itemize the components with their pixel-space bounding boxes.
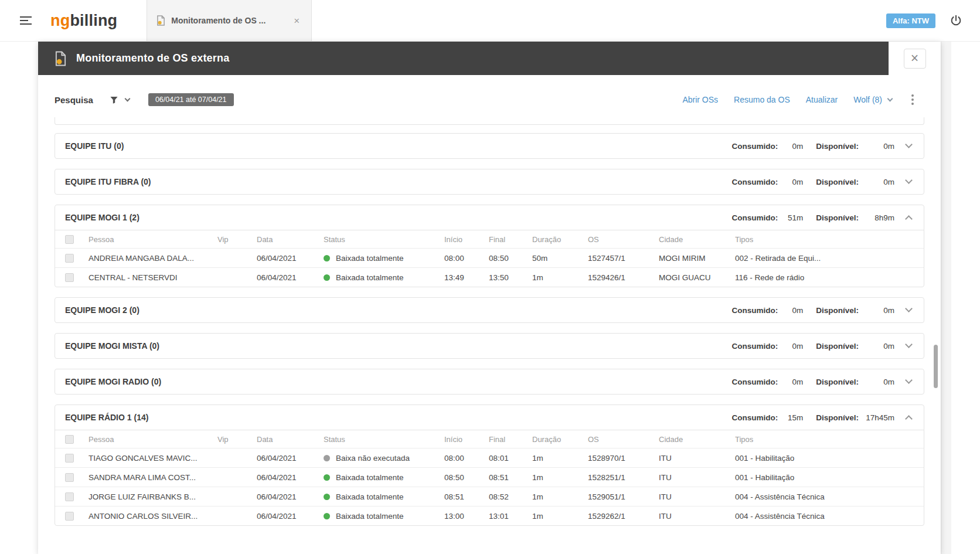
cell-pessoa: ANDREIA MANGABA DALA...	[89, 254, 217, 263]
cell-final: 08:51	[489, 473, 532, 482]
select-all-cell	[55, 435, 89, 444]
row-checkbox[interactable]	[65, 492, 74, 501]
cell-inicio: 08:50	[444, 473, 489, 482]
chevron-down-icon[interactable]	[905, 176, 913, 184]
cell-duracao: 1m	[532, 273, 588, 282]
cell-tipos: 002 - Retirada de Equi...	[735, 254, 924, 263]
column-header: Vip	[217, 435, 257, 444]
page-scrollbar-track[interactable]	[941, 42, 951, 554]
team-table: PessoaVipDataStatusInícioFinalDuraçãoOSC…	[55, 430, 924, 525]
team-totals: Consumido:0mDisponível:0m	[719, 306, 911, 315]
status-dot-icon	[324, 274, 330, 281]
team-section-header[interactable]: EQUIPE MOGI 2 (0)Consumido:0mDisponível:…	[55, 298, 924, 322]
team-section-header[interactable]: EQUIPE ITU (0)Consumido:0mDisponível:0m	[55, 134, 924, 158]
abrir-oss-link[interactable]: Abrir OSs	[682, 95, 718, 104]
select-all-checkbox[interactable]	[65, 235, 74, 244]
team-section-header[interactable]: EQUIPE RÁDIO 1 (14)Consumido:15mDisponív…	[55, 405, 924, 430]
column-header: Tipos	[735, 435, 924, 444]
resumo-da-os-link[interactable]: Resumo da OS	[734, 95, 790, 104]
status-text: Baixada totalmente	[336, 273, 404, 282]
chevron-down-icon[interactable]	[905, 141, 913, 148]
select-all-checkbox[interactable]	[65, 435, 74, 444]
disponivel-label: Disponível:	[816, 178, 859, 186]
modal-monitoramento: Monitoramento de OS externa × Pesquisa 0…	[38, 42, 941, 554]
table-row[interactable]: ANDREIA MANGABA DALA...06/04/2021Baixada…	[55, 248, 924, 267]
toolbar: Pesquisa 06/04/21 até 07/04/21 Abrir OSs…	[55, 89, 917, 110]
status-text: Baixada totalmente	[336, 473, 404, 482]
date-range-chip[interactable]: 06/04/21 até 07/04/21	[148, 93, 234, 106]
table-row[interactable]: ANTONIO CARLOS SILVEIR...06/04/2021Baixa…	[55, 506, 924, 525]
modal-close-button[interactable]: ×	[904, 49, 926, 69]
cell-pessoa: TIAGO GONCALVES MAVIC...	[89, 454, 217, 463]
table-row[interactable]: TIAGO GONCALVES MAVIC...06/04/2021Baixa …	[55, 448, 924, 467]
disponivel-label: Disponível:	[816, 413, 859, 422]
disponivel-label: Disponível:	[816, 306, 859, 315]
chevron-down-icon[interactable]	[905, 305, 913, 312]
row-checkbox[interactable]	[65, 473, 74, 482]
status-text: Baixa não executada	[336, 454, 410, 463]
consumido-label: Consumido:	[731, 342, 778, 351]
team-section-header[interactable]: EQUIPE ITU FIBRA (0)Consumido:0mDisponív…	[55, 169, 924, 194]
team-section-header[interactable]: EQUIPE MOGI RADIO (0)Consumido:0mDisponí…	[55, 369, 924, 394]
tab-monitoramento[interactable]: Monitoramento de OS ... ×	[147, 0, 312, 41]
column-header: Início	[444, 235, 489, 244]
cell-data: 06/04/2021	[257, 273, 324, 282]
status-text: Baixada totalmente	[336, 512, 404, 521]
filter-funnel-icon[interactable]	[110, 96, 118, 104]
team-section-header[interactable]: EQUIPE MOGI MISTA (0)Consumido:0mDisponí…	[55, 334, 924, 358]
row-checkbox[interactable]	[65, 273, 74, 282]
cell-data: 06/04/2021	[257, 454, 324, 463]
partial-card-cut-by-scroll	[55, 117, 924, 125]
kebab-menu-icon[interactable]	[908, 93, 917, 106]
filter-chevron-down-icon[interactable]	[124, 96, 130, 101]
column-header: OS	[588, 435, 659, 444]
power-icon[interactable]	[950, 14, 962, 27]
column-header: Status	[324, 235, 444, 244]
disponivel-value: 0m	[864, 342, 894, 351]
table-row[interactable]: CENTRAL - NETSERVDI06/04/2021Baixada tot…	[55, 267, 924, 287]
chevron-up-icon[interactable]	[905, 415, 913, 423]
disponivel-label: Disponível:	[816, 378, 859, 386]
consumido-value: 0m	[783, 142, 803, 151]
hamburger-menu-icon[interactable]	[16, 14, 32, 27]
cell-inicio: 13:00	[444, 512, 489, 521]
cell-duracao: 1m	[532, 473, 588, 482]
team-name: EQUIPE RÁDIO 1 (14)	[65, 413, 148, 422]
scrollbar-thumb[interactable]	[934, 345, 938, 388]
modal-header: Monitoramento de OS externa	[38, 42, 889, 75]
cell-cidade: ITU	[659, 454, 735, 463]
consumido-value: 15m	[783, 413, 803, 422]
table-row[interactable]: SANDRA MARA LIMA COST...06/04/2021Baixad…	[55, 467, 924, 487]
cell-cidade: ITU	[659, 492, 735, 501]
column-header: Pessoa	[89, 435, 217, 444]
chevron-down-icon[interactable]	[905, 341, 913, 348]
cell-final: 08:52	[489, 492, 532, 501]
column-header: Tipos	[735, 235, 924, 244]
cell-cidade: MOGI MIRIM	[659, 254, 735, 263]
chevron-up-icon[interactable]	[905, 215, 913, 223]
disponivel-value: 0m	[864, 142, 894, 151]
document-gear-icon	[55, 51, 67, 66]
consumido-value: 0m	[783, 306, 803, 315]
cell-os: 1529051/1	[588, 492, 659, 501]
modal-top: Monitoramento de OS externa ×	[38, 42, 941, 75]
document-icon	[156, 15, 165, 26]
team-section-header[interactable]: EQUIPE MOGI 1 (2)Consumido:51mDisponível…	[55, 205, 924, 230]
disponivel-value: 8h9m	[864, 213, 894, 222]
consumido-label: Consumido:	[731, 413, 778, 422]
tab-close-icon[interactable]: ×	[291, 15, 302, 27]
column-header: Cidade	[659, 235, 735, 244]
row-checkbox-cell	[55, 273, 89, 282]
team-section: EQUIPE MOGI 1 (2)Consumido:51mDisponível…	[55, 205, 924, 287]
chevron-down-icon[interactable]	[905, 376, 913, 384]
atualizar-link[interactable]: Atualizar	[806, 95, 838, 104]
row-checkbox-cell	[55, 473, 89, 482]
row-checkbox[interactable]	[65, 454, 74, 463]
row-checkbox[interactable]	[65, 512, 74, 521]
column-header: Data	[257, 435, 324, 444]
row-checkbox[interactable]	[65, 254, 74, 263]
team-totals: Consumido:0mDisponível:0m	[719, 378, 911, 386]
table-row[interactable]: JORGE LUIZ FAIRBANKS B...06/04/2021Baixa…	[55, 487, 924, 506]
app-logo[interactable]: ngbilling	[50, 12, 117, 30]
user-dropdown[interactable]: Wolf (8)	[853, 95, 892, 104]
